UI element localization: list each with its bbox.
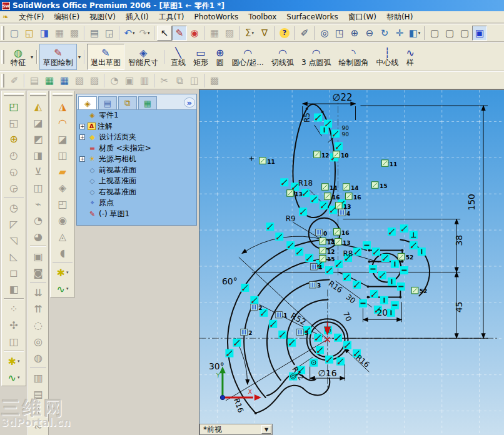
tree-item-3[interactable]: ≡材质 <未指定>: [77, 143, 196, 154]
draft-button[interactable]: ◻: [2, 264, 26, 281]
relation-highlight[interactable]: [325, 266, 333, 274]
features-button[interactable]: ◍特征: [7, 44, 29, 70]
dimension-label[interactable]: R8: [343, 249, 353, 258]
mirror-button[interactable]: ◫: [2, 333, 26, 349]
relation-highlight[interactable]: [280, 178, 288, 186]
menu-item-1[interactable]: 文件(F): [14, 11, 49, 23]
surface-radiate-button[interactable]: ◫: [28, 179, 48, 196]
relation-highlight[interactable]: [359, 299, 367, 308]
linear-pattern-button[interactable]: ⁘: [2, 301, 26, 317]
pw-region-button[interactable]: ▨: [87, 73, 102, 88]
open-document-button[interactable]: ◱: [22, 26, 37, 41]
make-assembly-button[interactable]: ▩: [67, 26, 82, 41]
relation-highlight[interactable]: [370, 290, 378, 298]
relation-tag-hatch[interactable]: 3: [297, 329, 309, 336]
relation-tag[interactable]: 16: [334, 229, 350, 236]
zoom-selection-button[interactable]: ⊖: [362, 26, 377, 41]
surface-fill-button[interactable]: ▣: [28, 248, 48, 264]
relation-tag[interactable]: 11: [381, 160, 397, 168]
relation-highlight[interactable]: [410, 231, 418, 239]
tree-item-1[interactable]: +A注解: [77, 121, 196, 132]
extruded-cut-button[interactable]: ◵: [2, 163, 26, 179]
print-button[interactable]: ▤: [87, 26, 102, 41]
surface-trim-button[interactable]: ◔: [28, 212, 48, 228]
tab-propertymanager[interactable]: ▤: [98, 96, 117, 109]
relation-highlight[interactable]: [372, 248, 380, 256]
relation-tag[interactable]: 16: [346, 193, 361, 201]
tab-featuremanager[interactable]: ◈: [78, 96, 97, 109]
pw-image-2-button[interactable]: ▦: [57, 73, 72, 88]
extruded-boss-button[interactable]: ◰: [2, 98, 26, 114]
curves-2-button[interactable]: ∿▾: [51, 281, 74, 297]
relation-highlight[interactable]: [225, 349, 233, 358]
relation-highlight[interactable]: [353, 281, 361, 289]
rectangle-button[interactable]: ▭矩形: [189, 44, 212, 70]
selection-filter-button[interactable]: ∇: [257, 26, 272, 41]
surface-offset-button[interactable]: ⊻: [28, 163, 48, 179]
relation-highlight[interactable]: [316, 346, 324, 354]
menu-item-7[interactable]: Toolbox: [243, 12, 281, 22]
relation-highlight[interactable]: [387, 309, 395, 317]
surface-flatten-button[interactable]: ⇈: [28, 301, 48, 317]
toolbar-grip[interactable]: [30, 93, 46, 96]
shell-button[interactable]: ◺: [2, 248, 26, 264]
relation-highlight[interactable]: [288, 339, 296, 347]
pw-library-button[interactable]: ▥: [137, 73, 152, 88]
line-button[interactable]: ╲直线: [167, 44, 189, 70]
save-document-button[interactable]: ◨: [37, 26, 52, 41]
pan-button[interactable]: ✛: [392, 26, 407, 41]
shaded-button[interactable]: ▣: [472, 26, 487, 41]
view-orientation-combo[interactable]: *前视 ▼: [199, 424, 273, 435]
menu-item-3[interactable]: 视图(V): [84, 11, 121, 23]
dimension-label[interactable]: 90: [342, 125, 350, 131]
dimension-label[interactable]: 90: [342, 131, 350, 138]
spline-button[interactable]: ∿样: [402, 44, 418, 70]
relation-highlight[interactable]: [363, 241, 371, 249]
revolved-boss-button[interactable]: ◱: [2, 114, 26, 131]
relation-highlight[interactable]: [250, 296, 258, 304]
surface-loft-button[interactable]: ◨: [28, 147, 48, 163]
sheetmetal-miter-button[interactable]: ◪: [51, 131, 74, 147]
relation-highlight[interactable]: [378, 271, 386, 279]
zoom-area-button[interactable]: ◳: [332, 26, 347, 41]
equations-button[interactable]: Σ▾: [242, 26, 257, 41]
dimension-label[interactable]: ∅22: [333, 92, 353, 103]
sketch-fillet-button[interactable]: ◝绘制圆角: [335, 44, 372, 70]
relation-tag[interactable]: 11: [260, 158, 275, 165]
relation-tag[interactable]: 52: [398, 254, 413, 261]
relation-tag[interactable]: 15: [320, 256, 335, 263]
relation-highlight[interactable]: [335, 260, 343, 268]
pw-save-button[interactable]: ▣: [122, 73, 137, 88]
curve-project-button[interactable]: ⌇: [28, 402, 48, 418]
tree-item-9[interactable]: ✎(-) 草图1: [77, 209, 196, 220]
tree-item-8[interactable]: ⌖原点: [77, 198, 196, 209]
redo-button[interactable]: ↷▾: [137, 26, 152, 41]
fillet-button[interactable]: ◷: [2, 199, 26, 216]
relation-highlight[interactable]: [266, 222, 274, 231]
relation-highlight[interactable]: [388, 278, 396, 286]
toolbar-grip[interactable]: [53, 93, 73, 96]
dimension-label[interactable]: R18: [298, 179, 313, 188]
sketch-toggle-button[interactable]: ✎: [172, 26, 187, 41]
relation-highlight[interactable]: [286, 241, 295, 249]
relation-highlight[interactable]: [305, 254, 313, 262]
relation-highlight[interactable]: [397, 282, 405, 291]
sketch-draw-button[interactable]: ✎草图绘制: [39, 44, 77, 70]
swept-boss-button[interactable]: ⊕: [2, 131, 26, 147]
relation-tag[interactable]: 16: [325, 193, 340, 201]
surface-extrude-button[interactable]: ◭: [28, 98, 48, 114]
tree-item-6[interactable]: ◇上视基准面: [77, 176, 196, 187]
surface-extend-button[interactable]: ⇊: [28, 284, 48, 301]
solidify-button[interactable]: ▥: [28, 369, 48, 386]
relation-highlight[interactable]: [310, 359, 318, 367]
surface-delete-button[interactable]: ◌: [28, 317, 48, 333]
relation-highlight[interactable]: [314, 334, 322, 342]
relation-highlight[interactable]: [299, 208, 307, 216]
sheetmetal-fold-button[interactable]: ◬: [51, 228, 74, 244]
dimension-label[interactable]: 20: [376, 308, 388, 318]
dimension-label[interactable]: ∅16: [318, 368, 337, 378]
expand-toggle[interactable]: +: [79, 134, 85, 140]
surface-revolve-button[interactable]: ◪: [28, 114, 48, 131]
print-preview-button[interactable]: ◲: [102, 26, 117, 41]
select-arrow-button[interactable]: ↖: [157, 26, 172, 41]
